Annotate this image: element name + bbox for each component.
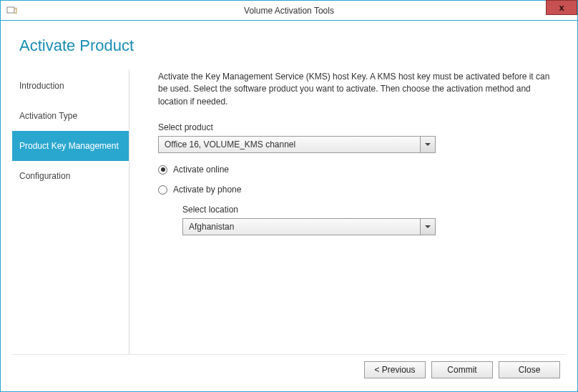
main-panel: Activate the Key Management Service (KMS… [129,69,566,354]
titlebar: Volume Activation Tools x [1,1,577,21]
commit-button[interactable]: Commit [431,361,493,378]
sidebar-item-configuration[interactable]: Configuration [12,161,129,191]
chevron-down-icon [425,143,431,146]
previous-button[interactable]: < Previous [364,361,426,378]
footer: < Previous Commit Close [12,354,566,384]
product-select-toggle[interactable] [421,136,436,153]
app-icon [6,5,18,16]
close-button-footer[interactable]: Close [499,361,560,378]
svg-rect-0 [7,7,14,13]
sidebar-item-label: Introduction [19,81,64,91]
sidebar: Introduction Activation Type Product Key… [12,69,129,354]
location-select-toggle[interactable] [421,218,436,235]
radio-label: Activate by phone [173,185,241,195]
chevron-down-icon [425,225,431,228]
radio-activate-online[interactable]: Activate online [158,165,556,175]
activation-method-group: Activate online Activate by phone [158,165,556,195]
location-select[interactable]: Afghanistan [182,218,436,235]
radio-activate-by-phone[interactable]: Activate by phone [158,185,556,195]
product-select[interactable]: Office 16, VOLUME_KMS channel [158,136,436,153]
sidebar-item-activation-type[interactable]: Activation Type [12,101,129,131]
location-select-value: Afghanistan [182,218,421,235]
sidebar-item-label: Configuration [19,171,70,181]
location-block: Select location Afghanistan [182,205,556,235]
radio-label: Activate online [173,165,229,175]
sidebar-item-label: Activation Type [19,111,77,121]
close-button[interactable]: x [546,0,577,15]
window-frame: Volume Activation Tools x Activate Produ… [0,0,578,392]
select-location-label: Select location [182,205,556,215]
sidebar-item-introduction[interactable]: Introduction [12,71,129,101]
radio-icon [158,185,167,195]
content-area: Activate Product Introduction Activation… [1,21,577,391]
sidebar-item-label: Product Key Management [19,141,119,151]
page-title: Activate Product [19,36,566,55]
intro-text: Activate the Key Management Service (KMS… [158,71,556,108]
select-product-label: Select product [158,122,556,132]
radio-icon [158,165,167,175]
sidebar-item-product-key-management[interactable]: Product Key Management [12,131,129,161]
window-title: Volume Activation Tools [1,6,577,16]
product-select-value: Office 16, VOLUME_KMS channel [158,136,421,153]
close-icon: x [559,3,564,12]
